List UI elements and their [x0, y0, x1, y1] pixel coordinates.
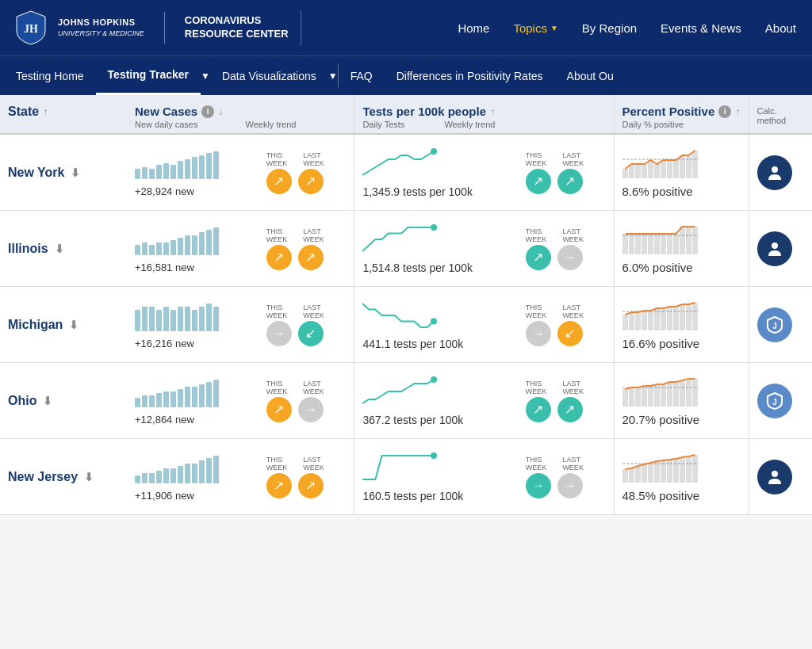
- svg-rect-117: [192, 464, 197, 483]
- data-table-container: State ↑ New Cases i ↓ New daily cases We…: [0, 95, 812, 515]
- svg-rect-115: [178, 466, 183, 483]
- download-icon[interactable]: ⬇: [71, 166, 80, 179]
- positivity-chart: [622, 147, 699, 181]
- new-cases-info-icon[interactable]: i: [201, 105, 214, 118]
- testing-tracker-dropdown-icon[interactable]: ▼: [201, 56, 210, 95]
- percent-sort[interactable]: ↑: [735, 106, 740, 117]
- svg-rect-124: [635, 466, 641, 483]
- calc-cell-4: [749, 439, 812, 515]
- new-cases-chart-cell-2: +16,216 new: [127, 287, 259, 363]
- subnav-data-viz[interactable]: Data Visualizations: [210, 56, 328, 95]
- nav-about[interactable]: About: [765, 21, 796, 35]
- svg-rect-71: [642, 311, 647, 330]
- svg-rect-2: [142, 167, 147, 179]
- subnav-about[interactable]: About Ou: [555, 56, 626, 95]
- data-viz-dropdown-icon[interactable]: ▼: [328, 56, 338, 95]
- state-sort-asc[interactable]: ↑: [43, 106, 48, 117]
- svg-point-54: [772, 242, 778, 249]
- svg-rect-106: [692, 379, 698, 407]
- svg-rect-19: [654, 164, 660, 178]
- person-icon: [766, 240, 783, 258]
- svg-rect-6: [170, 165, 176, 179]
- nav-home[interactable]: Home: [458, 21, 489, 35]
- bar-chart: [135, 223, 220, 255]
- svg-rect-105: [686, 379, 691, 407]
- tests-value: 1,514.8 tests per 100k: [362, 262, 509, 274]
- tests-sort[interactable]: ↑: [490, 106, 495, 117]
- calc-cell-1: [749, 211, 812, 287]
- svg-rect-104: [680, 380, 685, 407]
- percent-info-icon[interactable]: i: [718, 105, 731, 118]
- tests-trend-cell-2: THISWEEK LASTWEEK → ↙: [518, 287, 614, 363]
- svg-point-67: [431, 318, 437, 324]
- last-week-label: LASTWEEK: [303, 227, 324, 243]
- svg-rect-38: [206, 230, 212, 255]
- svg-rect-95: [622, 389, 628, 407]
- this-week-label: THISWEEK: [266, 151, 288, 167]
- calc-cell-0: [749, 134, 812, 211]
- new-cases-value: +16,581 new: [135, 262, 251, 273]
- nav-topics[interactable]: Topics ▼: [513, 21, 557, 35]
- download-icon[interactable]: ⬇: [43, 395, 52, 407]
- positivity-chart: [622, 375, 699, 410]
- tests-this-week-label: THISWEEK: [526, 151, 547, 167]
- subnav-testing-home[interactable]: Testing Home: [4, 56, 96, 95]
- svg-rect-75: [667, 307, 672, 330]
- sub-navigation: Testing Home Testing Tracker ▼ Data Visu…: [0, 55, 812, 95]
- table-row: Ohio ⬇ +12,864 new THISWEEK LASTWEEK ↗ →: [0, 363, 812, 439]
- download-icon[interactable]: ⬇: [69, 319, 79, 331]
- download-icon[interactable]: ⬇: [84, 471, 94, 483]
- new-cases-trend-cell-2: THISWEEK LASTWEEK → ↙: [259, 287, 354, 363]
- this-week-label: THISWEEK: [266, 456, 288, 471]
- download-icon[interactable]: ⬇: [55, 242, 64, 255]
- tests-value: 441.1 tests per 100k: [362, 338, 509, 350]
- svg-rect-70: [635, 312, 641, 330]
- logo-area: JH JOHNS HOPKINSUNIVERSITY & MEDICINE CO…: [16, 10, 301, 45]
- svg-rect-1: [135, 169, 140, 179]
- positivity-chart: [622, 299, 699, 334]
- svg-rect-122: [622, 469, 628, 483]
- subnav-differences[interactable]: Differences in Positivity Rates: [385, 56, 555, 95]
- new-cases-sort[interactable]: ↓: [218, 106, 223, 117]
- percent-cell-2: 16.6% positive: [614, 287, 749, 363]
- calc-cell-2: J: [749, 287, 812, 363]
- bar-chart: [135, 376, 220, 407]
- svg-rect-49: [673, 234, 679, 254]
- shield-icon: J: [766, 392, 783, 410]
- svg-rect-20: [661, 160, 666, 178]
- subnav-testing-tracker[interactable]: Testing Tracker: [96, 56, 201, 95]
- svg-rect-57: [149, 307, 155, 331]
- tests-trend-label: Weekly trend: [444, 120, 495, 129]
- bar-chart: [135, 147, 220, 179]
- subnav-faq[interactable]: FAQ: [339, 56, 385, 95]
- tests-last-week-label: LASTWEEK: [562, 227, 584, 243]
- svg-rect-99: [648, 386, 653, 407]
- svg-rect-35: [185, 235, 190, 255]
- daily-percent-label: Daily % positive: [622, 120, 741, 129]
- col-header-calc: Calc. method: [749, 95, 812, 134]
- nav-by-region[interactable]: By Region: [582, 21, 637, 35]
- svg-rect-28: [135, 245, 140, 255]
- svg-rect-16: [635, 164, 641, 178]
- col-header-new-cases: New Cases i ↓ New daily cases Weekly tre…: [127, 95, 354, 134]
- new-cases-trend-cell-3: THISWEEK LASTWEEK ↗ →: [259, 363, 354, 439]
- svg-rect-92: [206, 382, 212, 407]
- svg-rect-4: [156, 165, 162, 179]
- positivity-chart: [622, 223, 699, 258]
- svg-rect-36: [192, 235, 197, 255]
- svg-rect-14: [622, 169, 628, 178]
- svg-point-94: [431, 376, 437, 383]
- svg-rect-65: [206, 304, 212, 331]
- svg-rect-32: [163, 242, 169, 255]
- table-row: New York ⬇ +28,924 new THISWEEK LASTWEEK…: [0, 134, 812, 211]
- svg-rect-111: [149, 473, 155, 483]
- col-header-percent: Percent Positive i ↑ Daily % positive: [614, 95, 749, 134]
- testing-data-table: State ↑ New Cases i ↓ New daily cases We…: [0, 95, 812, 515]
- svg-rect-31: [156, 242, 162, 255]
- nav-events-news[interactable]: Events & News: [661, 21, 741, 35]
- svg-rect-18: [648, 160, 653, 178]
- svg-rect-103: [673, 382, 679, 407]
- table-row: Michigan ⬇ +16,216 new THISWEEK LASTWEEK…: [0, 287, 812, 363]
- svg-rect-66: [213, 307, 219, 331]
- svg-rect-48: [667, 234, 672, 254]
